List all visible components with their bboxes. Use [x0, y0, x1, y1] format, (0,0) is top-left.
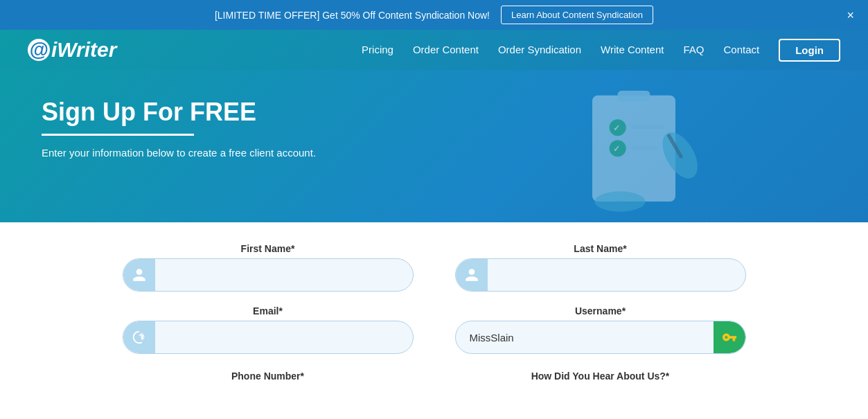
username-input-wrapper — [455, 321, 746, 354]
svg-text:✓: ✓ — [613, 144, 620, 154]
last-name-input-wrapper — [455, 258, 746, 292]
nav-link-order-content[interactable]: Order Content — [413, 44, 479, 55]
email-input-wrapper — [123, 321, 414, 354]
username-group: Username* — [455, 305, 746, 354]
hear-label: How Did You Hear About Us?* — [455, 371, 746, 382]
nav-item-order-syndication[interactable]: Order Syndication — [498, 44, 581, 56]
navbar: @ iWriter Pricing Order Content Order Sy… — [0, 30, 868, 70]
logo-text: iWriter — [51, 38, 116, 62]
nav-item-write-content[interactable]: Write Content — [601, 44, 664, 56]
at-icon — [132, 330, 147, 345]
first-name-icon — [123, 259, 155, 291]
nav-item-pricing[interactable]: Pricing — [362, 44, 393, 56]
login-button[interactable]: Login — [779, 39, 840, 62]
nav-link-write-content[interactable]: Write Content — [601, 44, 664, 55]
svg-rect-1 — [618, 91, 650, 101]
first-name-input-wrapper — [123, 258, 414, 292]
nav-link-contact[interactable]: Contact — [723, 44, 759, 55]
last-name-group: Last Name* — [455, 243, 746, 292]
svg-rect-7 — [632, 146, 657, 150]
key-icon — [722, 330, 737, 345]
hero-content: Sign Up For FREE Enter your information … — [42, 98, 316, 159]
first-name-group: First Name* — [123, 243, 414, 292]
last-name-input[interactable] — [488, 262, 745, 288]
logo: @ iWriter — [28, 38, 116, 62]
person-icon-2 — [464, 267, 479, 283]
username-label: Username* — [455, 305, 746, 317]
first-name-label: First Name* — [123, 243, 414, 254]
email-input[interactable] — [155, 325, 413, 350]
last-name-icon — [456, 259, 488, 291]
email-label: Email* — [123, 305, 414, 317]
svg-point-10 — [594, 191, 645, 211]
banner-close-button[interactable]: × — [847, 9, 854, 21]
nav-item-order-content[interactable]: Order Content — [413, 44, 479, 56]
nav-item-contact[interactable]: Contact — [723, 44, 759, 56]
svg-text:✓: ✓ — [613, 123, 620, 133]
hero-title: Sign Up For FREE — [42, 98, 316, 127]
username-input[interactable] — [456, 325, 714, 350]
first-name-input[interactable] — [155, 262, 413, 288]
top-banner: [LIMITED TIME OFFER] Get 50% Off Content… — [0, 0, 868, 30]
key-button[interactable] — [714, 321, 745, 353]
phone-label: Phone Number* — [123, 371, 414, 382]
form-row-email-username: Email* Username* — [55, 305, 813, 354]
hero-subtitle: Enter your information below to create a… — [42, 147, 316, 159]
nav-link-faq[interactable]: FAQ — [683, 44, 704, 55]
nav-link-pricing[interactable]: Pricing — [362, 44, 393, 55]
nav-item-faq[interactable]: FAQ — [683, 44, 704, 56]
form-row-names: First Name* Last Name* — [55, 243, 813, 292]
form-bottom-labels: Phone Number* How Did You Hear About Us?… — [55, 368, 813, 382]
illustration-svg: ✓ ✓ — [537, 77, 722, 215]
person-icon — [132, 267, 147, 283]
learn-syndication-button[interactable]: Learn About Content Syndication — [501, 6, 653, 24]
hero-section: Sign Up For FREE Enter your information … — [0, 70, 868, 222]
svg-rect-6 — [632, 125, 664, 129]
logo-at-symbol: @ — [28, 39, 50, 61]
nav-item-login[interactable]: Login — [779, 39, 840, 62]
email-group: Email* — [123, 305, 414, 354]
hero-illustration: ✓ ✓ — [391, 70, 868, 222]
form-section: First Name* Last Name* — [0, 222, 868, 402]
banner-text: [LIMITED TIME OFFER] Get 50% Off Content… — [215, 10, 490, 21]
nav-links: Pricing Order Content Order Syndication … — [362, 39, 840, 62]
nav-link-order-syndication[interactable]: Order Syndication — [498, 44, 581, 55]
hero-underline — [42, 134, 194, 136]
email-at-icon — [123, 321, 155, 353]
last-name-label: Last Name* — [455, 243, 746, 254]
